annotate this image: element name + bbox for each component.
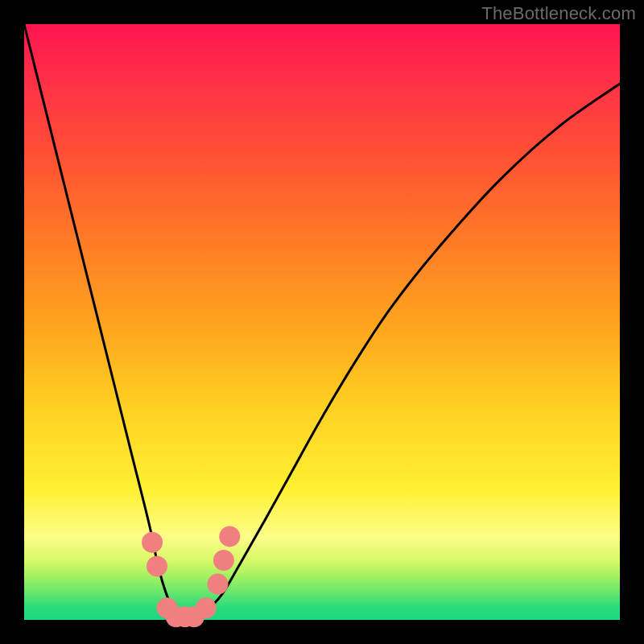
highlight-bead [213, 550, 234, 571]
highlight-bead [208, 574, 229, 595]
bottleneck-curve [24, 24, 620, 621]
chart-frame: TheBottleneck.com [0, 0, 644, 644]
watermark-text: TheBottleneck.com [481, 3, 636, 24]
gradient-plot-area [24, 24, 620, 620]
highlight-bead [219, 526, 240, 547]
curve-layer [24, 24, 620, 620]
highlight-bead [147, 555, 167, 576]
highlight-bead [196, 597, 217, 618]
highlight-beads [142, 526, 240, 627]
highlight-bead [142, 532, 163, 553]
